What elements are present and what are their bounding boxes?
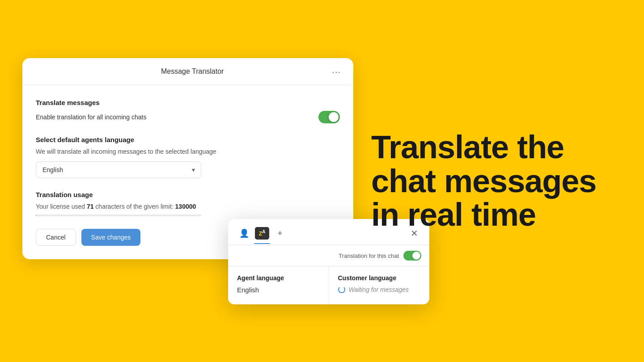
translation-usage-section: Translation usage Your license used 71 c… bbox=[36, 191, 340, 216]
translate-badge: ZA bbox=[255, 227, 269, 240]
hero-text: Translate the chat messages in real time bbox=[371, 130, 617, 232]
agent-language-desc: We will translate all incoming messages … bbox=[36, 148, 340, 155]
panel-title: Message Translator bbox=[53, 67, 332, 76]
person-icon-button[interactable]: 👤 bbox=[236, 225, 252, 241]
waiting-row: Waiting for messages bbox=[338, 286, 421, 293]
active-underline bbox=[254, 243, 270, 244]
customer-language-col-title: Customer language bbox=[338, 274, 421, 282]
customer-language-col: Customer language Waiting for messages bbox=[329, 266, 430, 304]
add-icon-button[interactable]: + bbox=[272, 225, 288, 241]
chat-icons-left: 👤 ZA + bbox=[236, 225, 288, 241]
translate-badge-text: ZA bbox=[258, 229, 265, 237]
language-select[interactable]: English Spanish French German Polish Por… bbox=[36, 161, 201, 178]
toggle-thumb bbox=[329, 112, 339, 122]
hero-line1: Translate the bbox=[371, 129, 564, 165]
agent-language-col-value: English bbox=[237, 286, 320, 294]
translate-toggle-label: Enable translation for all incoming chat… bbox=[36, 114, 146, 121]
plus-icon: + bbox=[278, 229, 283, 238]
translation-usage-title: Translation usage bbox=[36, 191, 340, 198]
cancel-button[interactable]: Cancel bbox=[36, 229, 76, 246]
translate-toggle[interactable] bbox=[318, 111, 340, 123]
hero-heading: Translate the chat messages in real time bbox=[371, 130, 617, 232]
hero-line3: in real time bbox=[371, 197, 536, 232]
panel-menu-button[interactable]: ··· bbox=[332, 67, 341, 76]
hero-line2: chat messages bbox=[371, 163, 596, 198]
agent-language-section: Select default agents language We will t… bbox=[36, 136, 340, 178]
translate-messages-section: Translate messages Enable translation fo… bbox=[36, 99, 340, 123]
language-select-wrapper: English Spanish French German Polish Por… bbox=[36, 161, 201, 178]
usage-mid: characters of the given limit: bbox=[93, 203, 175, 210]
usage-limit: 130000 bbox=[175, 203, 196, 210]
translate-icon-button[interactable]: ZA bbox=[254, 225, 270, 241]
usage-used: 71 bbox=[87, 203, 94, 210]
loading-spinner bbox=[338, 286, 345, 293]
chat-toggle-thumb bbox=[412, 252, 420, 260]
translation-for-chat-label: Translation for this chat bbox=[339, 253, 399, 259]
agent-language-title: Select default agents language bbox=[36, 136, 340, 143]
person-icon: 👤 bbox=[239, 228, 249, 238]
waiting-text: Waiting for messages bbox=[349, 286, 409, 293]
usage-text: Your license used 71 characters of the g… bbox=[36, 203, 340, 210]
chat-translation-row: Translation for this chat bbox=[228, 245, 429, 266]
panel-header: Message Translator ··· bbox=[22, 58, 353, 85]
usage-prefix: Your license used bbox=[36, 203, 87, 210]
agent-language-col-title: Agent language bbox=[237, 274, 320, 282]
translate-toggle-row: Enable translation for all incoming chat… bbox=[36, 111, 340, 123]
translate-messages-title: Translate messages bbox=[36, 99, 340, 106]
chat-columns: Agent language English Customer language… bbox=[228, 266, 429, 304]
agent-language-col: Agent language English bbox=[228, 266, 329, 304]
save-button[interactable]: Save changes bbox=[81, 229, 141, 246]
progress-bar bbox=[36, 215, 201, 216]
chat-translation-toggle[interactable] bbox=[403, 251, 421, 261]
